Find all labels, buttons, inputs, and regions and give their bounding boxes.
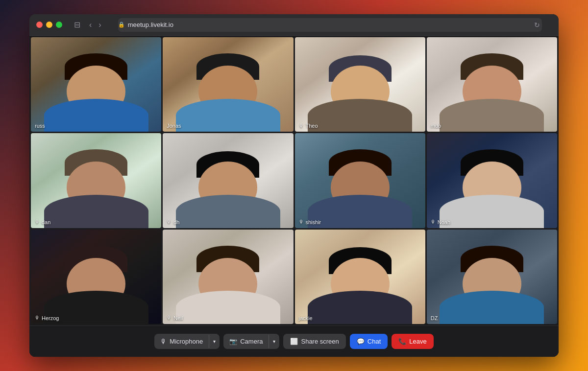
camera-icon: 📷 — [229, 338, 237, 345]
video-cell-theo: 🎙 Theo — [295, 37, 425, 132]
mic-icon: 🎙 — [167, 315, 172, 321]
maximize-button[interactable] — [56, 22, 62, 28]
video-cell-jackie: jackie — [295, 230, 425, 324]
participant-name: jackie — [299, 315, 313, 321]
microphone-chevron-button[interactable]: ▾ — [209, 335, 220, 348]
chat-label: Chat — [368, 338, 381, 345]
video-cell-noah: 🎙 Noah — [427, 133, 557, 228]
participant-name: Herzog — [42, 315, 59, 321]
url-text: meetup.livekit.io — [128, 21, 173, 28]
participant-name: shishir — [306, 219, 321, 225]
sidebar-toggle-icon[interactable]: ⊟ — [74, 20, 80, 29]
forward-button[interactable]: › — [97, 20, 103, 30]
traffic-lights — [36, 22, 62, 28]
participant-name: Neil — [173, 315, 183, 321]
participant-label-theo: 🎙 Theo — [299, 123, 318, 129]
camera-label: Camera — [240, 338, 263, 345]
video-cell-jonas: Jonas — [163, 37, 293, 132]
microphone-button-group: 🎙 Microphone ▾ — [154, 334, 220, 349]
microphone-label: Microphone — [170, 338, 203, 345]
share-screen-button[interactable]: ⬜ Share screen — [283, 334, 345, 349]
nav-buttons: ‹ › — [87, 20, 103, 30]
participant-label-russ: russ — [35, 123, 45, 129]
camera-chevron-button[interactable]: ▾ — [269, 335, 279, 348]
participant-name: DZ — [431, 315, 438, 321]
participant-label-mdo: mdo — [431, 123, 441, 129]
video-cell-herzog: 🎙 Herzog — [31, 230, 161, 324]
video-cell-dh: 🎙 dh — [163, 133, 293, 228]
back-button[interactable]: ‹ — [87, 20, 94, 30]
leave-button[interactable]: 📞 Leave — [392, 334, 433, 349]
chat-icon: 💬 — [357, 338, 365, 345]
minimize-button[interactable] — [46, 22, 52, 28]
address-bar[interactable]: 🔒 meetup.livekit.io ↻ — [118, 18, 542, 32]
browser-titlebar: ⊟ ‹ › 🔒 meetup.livekit.io ↻ — [29, 14, 559, 36]
lock-icon: 🔒 — [118, 22, 125, 28]
participant-label-dan: 🎙 dan — [35, 219, 50, 225]
camera-button-group: 📷 Camera ▾ — [223, 334, 279, 349]
toolbar: 🎙 Microphone ▾ 📷 Camera ▾ ⬜ Share screen — [29, 325, 559, 357]
participant-name: Jonas — [167, 123, 181, 129]
share-screen-label: Share screen — [301, 338, 339, 345]
video-cell-dz: DZ — [427, 230, 557, 324]
video-cell-mdo: mdo — [427, 37, 557, 132]
leave-icon: 📞 — [398, 338, 406, 345]
video-cell-russ: russ — [31, 37, 161, 132]
video-cell-neil: 🎙 Neil — [163, 230, 293, 324]
video-cell-dan: 🎙 dan — [31, 133, 161, 228]
video-grid: russ Jonas � — [29, 36, 559, 325]
participant-label-shishir: 🎙 shishir — [299, 219, 321, 225]
mic-icon: 🎙 — [167, 219, 172, 225]
participant-name: dan — [42, 219, 50, 225]
mic-icon: 🎙 — [431, 219, 436, 225]
reload-button[interactable]: ↻ — [534, 21, 540, 29]
mic-icon: 🎙 — [299, 123, 304, 129]
participant-label-dz: DZ — [431, 315, 438, 321]
video-cell-shishir: 🎙 shishir — [295, 133, 425, 228]
participant-name: Noah — [438, 219, 450, 225]
camera-button[interactable]: 📷 Camera — [223, 334, 269, 349]
participant-label-dh: 🎙 dh — [167, 219, 179, 225]
participant-label-herzog: 🎙 Herzog — [35, 315, 59, 321]
browser-window: ⊟ ‹ › 🔒 meetup.livekit.io ↻ russ — [29, 14, 559, 357]
participant-label-neil: 🎙 Neil — [167, 315, 183, 321]
participant-name: dh — [173, 219, 179, 225]
participant-name: russ — [35, 123, 45, 129]
microphone-button[interactable]: 🎙 Microphone — [154, 334, 209, 349]
participant-name: mdo — [431, 123, 441, 129]
browser-content: russ Jonas � — [29, 36, 559, 357]
microphone-icon: 🎙 — [160, 338, 167, 345]
close-button[interactable] — [36, 22, 43, 28]
chat-button[interactable]: 💬 Chat — [350, 334, 388, 349]
mic-icon: 🎙 — [35, 315, 40, 321]
mic-icon: 🎙 — [35, 219, 40, 225]
mic-icon: 🎙 — [299, 219, 304, 225]
share-screen-icon: ⬜ — [290, 338, 298, 345]
participant-label-jonas: Jonas — [167, 123, 181, 129]
participant-label-noah: 🎙 Noah — [431, 219, 450, 225]
leave-label: Leave — [409, 338, 426, 345]
participant-label-jackie: jackie — [299, 315, 313, 321]
participant-name: Theo — [306, 123, 318, 129]
